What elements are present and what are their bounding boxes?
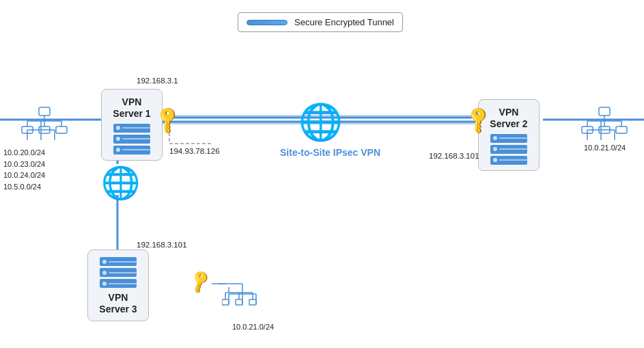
svg-rect-54 (249, 299, 256, 305)
diagram: Secure Encrypted Tunnel VPNServer 1 VPNS… (0, 0, 644, 348)
ip-server1-top: 192.168.3.1 (137, 77, 178, 85)
svg-rect-36 (39, 126, 50, 133)
network-tree-bottom (222, 287, 277, 321)
vpn-server-2-title: VPNServer 2 (490, 107, 527, 130)
svg-rect-35 (22, 126, 33, 133)
server-unit-7 (100, 257, 137, 266)
network-tree-right (580, 106, 628, 140)
globe-center-icon: 🌐 (298, 101, 343, 143)
svg-rect-53 (236, 299, 242, 305)
server-unit-2 (113, 135, 150, 144)
key-icon-server3: 🔑 (186, 268, 214, 295)
server-unit-4 (490, 134, 527, 143)
svg-rect-46 (616, 126, 627, 133)
svg-rect-38 (599, 107, 610, 116)
network-tree-left (20, 106, 68, 140)
site-to-site-label: Site-to-Site IPsec VPN (280, 147, 380, 158)
bottom-network-subnet: 10.0.21.0/24 (232, 323, 274, 331)
globe-left-icon: 🌐 (101, 164, 140, 201)
vpn-server-2-box: VPNServer 2 (478, 99, 540, 171)
vpn-server-2-stack (490, 134, 527, 165)
svg-rect-52 (222, 299, 229, 305)
vpn-server-1-box: VPNServer 1 (101, 89, 163, 161)
vpn-server-3-stack (100, 257, 137, 288)
svg-rect-45 (599, 126, 610, 133)
server-unit-1 (113, 124, 150, 133)
ip-server2: 192.168.3.101 (429, 152, 479, 160)
ip-server1-bottom: 194.93.78.126 (169, 147, 220, 155)
svg-rect-29 (39, 107, 50, 116)
vpn-server-3-box: VPNServer 3 (87, 250, 149, 321)
left-network-subnets: 10.0.20.0/2410.0.23.0/2410.0.24.0/2410.5… (3, 147, 45, 192)
legend-label: Secure Encrypted Tunnel (294, 17, 394, 27)
vpn-server-1-title: VPNServer 1 (113, 96, 150, 120)
vpn-server-3-title: VPNServer 3 (99, 292, 137, 315)
svg-rect-37 (56, 126, 67, 133)
right-network-subnet: 10.0.21.0/24 (584, 144, 626, 152)
server-unit-9 (100, 279, 137, 288)
server-unit-8 (100, 268, 137, 277)
legend-line (247, 20, 288, 25)
legend: Secure Encrypted Tunnel (238, 12, 403, 32)
server-unit-5 (490, 145, 527, 154)
server-unit-3 (113, 146, 150, 155)
ip-server3: 192.168.3.101 (137, 241, 187, 249)
svg-rect-44 (582, 126, 593, 133)
server-unit-6 (490, 156, 527, 165)
vpn-server-1-stack (113, 124, 150, 155)
